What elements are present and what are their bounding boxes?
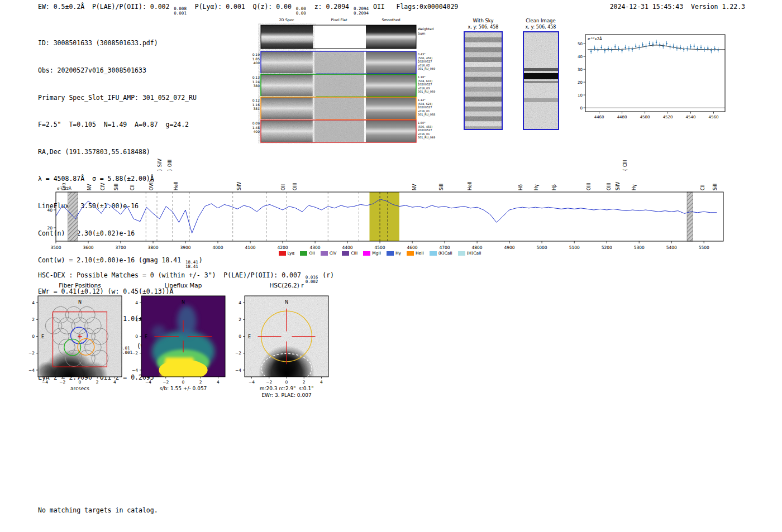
svg-text:4: 4 <box>217 380 220 385</box>
cutout-row-left-label: 381 <box>254 107 260 111</box>
cutout-row-right-label: 301_RU_068 <box>418 113 435 117</box>
legend-swatch <box>387 251 394 256</box>
emission-line-label: { CIII <box>623 160 628 171</box>
emission-line-label: Hβ <box>552 184 557 190</box>
legend-swatch <box>407 251 414 256</box>
cutout-row-left-label: 380 <box>254 84 260 88</box>
svg-text:−2: −2 <box>59 380 65 385</box>
cutout-row: 0.131.243801.18"(504, 633)20200527v016_0… <box>252 74 436 97</box>
svg-text:4: 4 <box>320 380 323 385</box>
inset-data-point <box>635 45 637 47</box>
lineflux-caption: s/b: 1.55 +/- 0.057 <box>123 385 230 392</box>
svg-text:4100: 4100 <box>245 245 256 250</box>
inset-data-point <box>618 48 619 50</box>
emission-line-label: NV <box>412 184 417 190</box>
masked-region <box>687 192 693 241</box>
hsc-caption-1: m:20.3 rc:2.9" s:0.1" <box>227 385 333 392</box>
svg-text:0: 0 <box>285 380 288 385</box>
cutout-row-right-label: (506, 458) <box>418 125 432 128</box>
svg-text:4400: 4400 <box>342 245 353 250</box>
east-label: E <box>41 334 44 339</box>
cutout-row-left-label: 400 <box>254 130 260 133</box>
hsc-image: NE−4−4−2−2002244 <box>227 295 333 385</box>
hsc-image-panel: HSC(26.2) r NE−4−4−2−2002244 m:20.3 rc:2… <box>227 282 333 399</box>
svg-text:30: 30 <box>578 68 583 72</box>
cutout-col-header: Pixel Flat <box>331 18 347 22</box>
inset-data-point <box>645 45 647 47</box>
cutouts-2d-image: 2D SpecPixel FlatSmoothedWeightedSum0.19… <box>246 15 442 150</box>
svg-text:4560: 4560 <box>709 115 719 119</box>
cutout-row-right-label: 20200527 <box>418 128 432 132</box>
main-spectrum-svg: 3500360037003800390040004100420043004400… <box>22 146 737 258</box>
cutout-row-left-label: 1.24 <box>252 80 260 84</box>
clean-image-coords: x, y: 506, 458 <box>502 25 580 30</box>
svg-text:3900: 3900 <box>180 245 190 250</box>
info-line-obs: Obs: 20200527v016_3008501633 <box>38 66 203 75</box>
legend-item: CIV <box>321 251 337 256</box>
cutout-row-right-label: 1.18" <box>418 75 425 79</box>
inset-spectrum-svg: 44604480450045204540456001020304050e-17x… <box>569 29 731 125</box>
cutout-row-right-label: 20200527 <box>418 106 432 109</box>
cutout-row: 0.191.854000.43"(506, 458)20200527v016_0… <box>252 51 436 74</box>
timestamp-version: 2024-12-31 15:45:43 Version 1.22.3 <box>610 3 745 11</box>
svg-text:0: 0 <box>32 334 35 339</box>
svg-text:5200: 5200 <box>602 245 612 250</box>
footer-notes: No matching targets in catalog. Row inte… <box>38 489 158 532</box>
cutout-row-right-label: (504, 633) <box>418 79 432 83</box>
cutout-row: 0.091.484001.50"(506, 458)20200527v016_0… <box>252 120 436 142</box>
emission-line-label: Hγ <box>534 184 539 190</box>
svg-text:4: 4 <box>239 300 241 305</box>
lineflux-map-panel: Lineflux Map NE−4−4−2−2002244 s/b: 1.55 … <box>123 282 230 392</box>
fiber-positions-panel: Fiber Positions NE−4−4−2−2002244 arcsecs <box>20 282 126 392</box>
svg-text:5400: 5400 <box>666 245 677 250</box>
emission-line-label: NV <box>87 184 92 190</box>
info-line-id: ID: 3008501633 (3008501633.pdf) <box>38 39 203 47</box>
fiber-xlabel: arcsecs <box>20 385 126 392</box>
inset-data-point <box>714 48 716 50</box>
svg-text:2: 2 <box>135 317 138 322</box>
inset-data-point <box>659 44 661 46</box>
inset-data-point <box>704 49 705 50</box>
inset-data-point <box>621 50 623 52</box>
svg-text:5000: 5000 <box>537 245 547 250</box>
svg-text:−4: −4 <box>132 368 138 373</box>
inset-data-point <box>656 42 657 44</box>
legend-swatch <box>342 251 349 256</box>
svg-text:0: 0 <box>580 106 583 111</box>
north-label: N <box>182 300 185 305</box>
svg-text:4: 4 <box>135 300 138 305</box>
svg-text:0: 0 <box>135 334 138 339</box>
clean-image <box>523 31 559 130</box>
emission-line-label: Hγ <box>632 184 637 190</box>
inset-data-point <box>600 47 602 49</box>
weighted-sum-label: Weighted <box>418 27 434 31</box>
svg-text:40: 40 <box>578 55 583 59</box>
legend-item: (K)CaII <box>430 251 452 256</box>
legend-item: Lyα <box>279 251 295 256</box>
inset-data-point <box>686 48 688 50</box>
svg-text:10: 10 <box>578 93 583 98</box>
svg-text:2: 2 <box>199 380 202 385</box>
svg-text:4: 4 <box>32 300 35 305</box>
lineflux-map-title: Lineflux Map <box>123 282 230 289</box>
legend-item: OII <box>300 251 314 256</box>
inset-data-point <box>649 43 651 45</box>
svg-text:4900: 4900 <box>504 245 515 250</box>
legend-swatch <box>279 251 286 256</box>
cutout-row-left-label: 400 <box>254 61 260 65</box>
inset-data-point <box>680 47 681 49</box>
east-label: E <box>248 334 251 339</box>
svg-text:−2: −2 <box>266 380 272 385</box>
svg-text:20: 20 <box>47 226 53 231</box>
inset-data-point <box>642 44 643 46</box>
info-line-primary: Primary Spec_Slot_IFU_AMP: 301_052_072_R… <box>38 93 203 102</box>
svg-text:2: 2 <box>96 380 99 385</box>
emission-line-label: OIII <box>293 183 298 190</box>
emission-line-label: } OIII <box>168 160 173 171</box>
emission-line-label: SiIV <box>616 181 621 190</box>
svg-text:3600: 3600 <box>83 245 93 250</box>
emission-line-label: SiII <box>439 184 444 190</box>
svg-text:5300: 5300 <box>634 245 645 250</box>
emission-line-label: OIII <box>586 183 592 190</box>
cutout-row-right-label: 301_RU_069 <box>418 90 435 94</box>
